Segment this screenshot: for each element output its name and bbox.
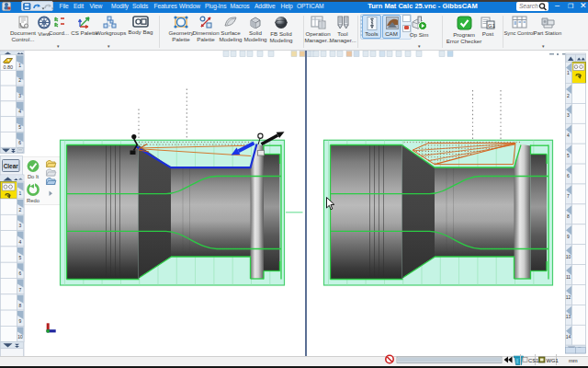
svg-text:4: 4 (567, 132, 570, 138)
svg-text:6: 6 (19, 270, 22, 276)
svg-text:4: 4 (18, 109, 21, 114)
svg-text:Do It: Do It (28, 174, 40, 179)
svg-text:CS1: CS1 (528, 358, 538, 363)
svg-text:3: 3 (567, 112, 570, 118)
svg-text:13: 13 (566, 314, 571, 319)
svg-text:5: 5 (567, 153, 570, 158)
svg-text:2: 2 (18, 77, 21, 83)
svg-text:3: 3 (18, 93, 21, 98)
svg-text:9: 9 (567, 234, 570, 239)
svg-text:mm: mm (569, 358, 578, 363)
svg-text:10: 10 (566, 254, 571, 259)
svg-text:6: 6 (567, 173, 570, 178)
svg-text:4: 4 (19, 239, 22, 245)
svg-text:5: 5 (19, 255, 22, 260)
svg-text:10: 10 (17, 334, 23, 339)
svg-text:2: 2 (567, 93, 570, 98)
svg-text:3: 3 (19, 223, 22, 228)
svg-text:0.80: 0.80 (3, 64, 13, 70)
svg-text:1: 1 (567, 70, 570, 75)
svg-text:9: 9 (19, 318, 22, 324)
svg-text:Redo: Redo (27, 198, 40, 203)
svg-text:14: 14 (566, 334, 571, 339)
svg-text:2: 2 (19, 207, 22, 213)
svg-text:1: 1 (18, 63, 21, 68)
svg-text:WG1: WG1 (547, 358, 559, 363)
svg-text:6: 6 (18, 140, 21, 145)
svg-text:7: 7 (19, 287, 22, 293)
svg-text:8: 8 (567, 213, 570, 219)
svg-text:Clear: Clear (4, 163, 18, 169)
svg-text:1: 1 (19, 190, 22, 196)
svg-text:7: 7 (567, 193, 570, 199)
svg-text:12: 12 (566, 294, 571, 300)
svg-text:5: 5 (18, 124, 21, 130)
svg-text:11: 11 (566, 274, 571, 280)
svg-text:8: 8 (19, 303, 22, 308)
